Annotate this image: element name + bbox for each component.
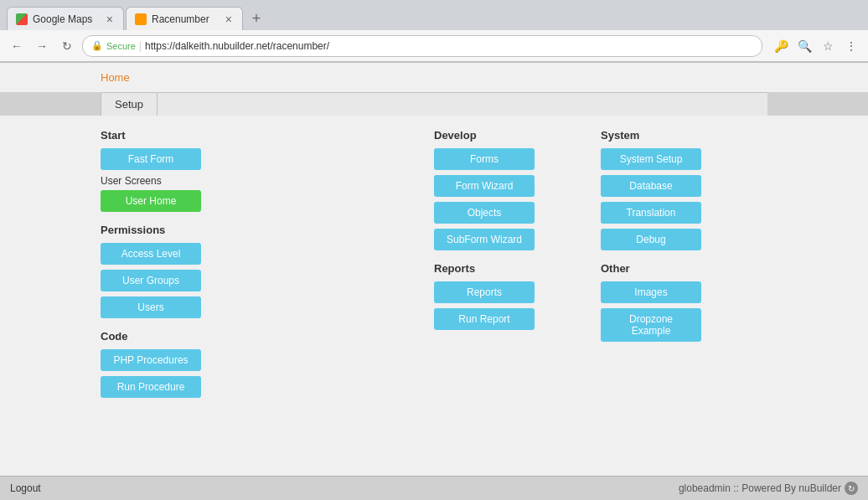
forms-button[interactable]: Forms <box>434 148 535 170</box>
objects-button[interactable]: Objects <box>434 202 535 224</box>
run-procedure-button[interactable]: Run Procedure <box>101 376 201 398</box>
start-title: Start <box>101 129 251 142</box>
permissions-title: Permissions <box>101 224 251 236</box>
section-col-1: Start Fast Form User Screens User Home P… <box>101 129 267 403</box>
secure-label: Secure <box>106 41 136 51</box>
address-bar: ← → ↻ 🔒 Secure | https://dalkeith.nubuil… <box>0 30 868 62</box>
setup-tab[interactable]: Setup <box>101 92 158 116</box>
tab-maps-label: Google Maps <box>33 13 92 25</box>
php-procedures-button[interactable]: PHP Procedures <box>101 349 201 371</box>
app-content: Home Setup Start Fast Form User Screens … <box>0 63 868 498</box>
subform-wizard-button[interactable]: SubForm Wizard <box>434 229 535 250</box>
tab-race-close[interactable]: × <box>224 13 234 26</box>
section-col-3: Develop Forms Form Wizard Objects SubFor… <box>434 129 601 403</box>
user-screens-label: User Screens <box>101 175 251 187</box>
footer: Logout globeadmin :: Powered By nuBuilde… <box>0 476 868 498</box>
images-button[interactable]: Images <box>601 281 701 303</box>
fast-form-button[interactable]: Fast Form <box>101 148 201 170</box>
tab-maps-close[interactable]: × <box>105 13 115 26</box>
browser-actions: 🔑 🔍 ☆ ⋮ <box>771 36 861 56</box>
users-button[interactable]: Users <box>101 296 201 318</box>
user-groups-button[interactable]: User Groups <box>101 270 201 291</box>
dropzone-example-button[interactable]: Dropzone Example <box>601 308 701 342</box>
refresh-button[interactable]: ↻ <box>57 36 77 56</box>
database-button[interactable]: Database <box>601 175 701 197</box>
back-button[interactable]: ← <box>7 36 27 56</box>
browser-chrome: Google Maps × Racenumber × + ← → ↻ 🔒 Sec… <box>0 0 868 63</box>
setup-tab-bar: Setup <box>0 92 868 116</box>
key-icon[interactable]: 🔑 <box>771 36 791 56</box>
url-divider: | <box>139 40 142 52</box>
tab-race-label: Racenumber <box>152 13 209 25</box>
translation-button[interactable]: Translation <box>601 202 701 224</box>
tab-google-maps[interactable]: Google Maps × <box>7 7 124 30</box>
lock-icon: 🔒 <box>91 40 103 51</box>
main-area: Start Fast Form User Screens User Home P… <box>0 116 868 476</box>
setup-tab-content <box>158 92 767 116</box>
nubuilder-icon: ↻ <box>845 482 858 495</box>
tab-bar: Google Maps × Racenumber × + <box>0 0 868 30</box>
tab-racenumber[interactable]: Racenumber × <box>126 7 243 30</box>
new-tab-button[interactable]: + <box>245 7 268 30</box>
powered-text: globeadmin :: Powered By nuBuilder <box>679 482 841 494</box>
run-report-button[interactable]: Run Report <box>434 308 535 330</box>
section-col-2 <box>267 129 434 403</box>
access-level-button[interactable]: Access Level <box>101 243 201 265</box>
other-title: Other <box>601 262 751 275</box>
user-home-button[interactable]: User Home <box>101 190 201 212</box>
debug-button[interactable]: Debug <box>601 229 701 250</box>
system-setup-button[interactable]: System Setup <box>601 148 701 170</box>
home-link[interactable]: Home <box>0 63 868 92</box>
footer-powered: globeadmin :: Powered By nuBuilder ↻ <box>679 482 858 495</box>
menu-icon[interactable]: ⋮ <box>841 36 861 56</box>
system-title: System <box>601 129 751 142</box>
section-col-4: System System Setup Database Translation… <box>601 129 767 403</box>
code-title: Code <box>101 330 251 343</box>
bookmark-icon[interactable]: ☆ <box>818 36 838 56</box>
forward-button[interactable]: → <box>32 36 52 56</box>
form-wizard-button[interactable]: Form Wizard <box>434 175 535 197</box>
logout-link[interactable]: Logout <box>10 482 41 494</box>
url-box[interactable]: 🔒 Secure | https://dalkeith.nubuilder.ne… <box>82 35 762 57</box>
search-icon[interactable]: 🔍 <box>794 36 814 56</box>
develop-title: Develop <box>434 129 584 142</box>
race-favicon <box>135 13 147 25</box>
url-text: https://dalkeith.nubuilder.net/racenumbe… <box>145 40 329 52</box>
reports-title: Reports <box>434 262 584 275</box>
maps-favicon <box>16 13 28 25</box>
reports-button[interactable]: Reports <box>434 281 535 303</box>
sections-grid: Start Fast Form User Screens User Home P… <box>101 129 767 403</box>
